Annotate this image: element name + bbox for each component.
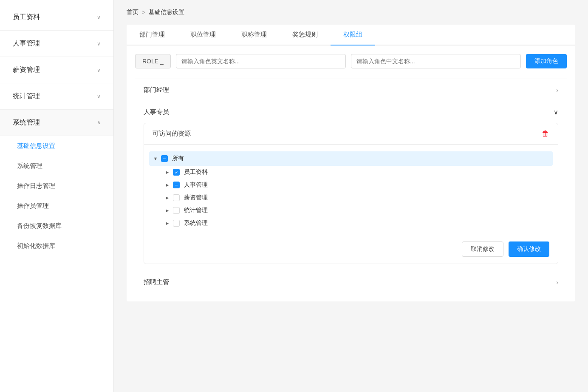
add-role-button[interactable]: 添加角色 — [526, 54, 567, 68]
breadcrumb: 首页 > 基础信息设置 — [127, 9, 575, 16]
cancel-button[interactable]: 取消修改 — [462, 241, 503, 257]
breadcrumb-current: 基础信息设置 — [149, 9, 184, 16]
sidebar-item-hr[interactable]: 人事管理 ∨ — [0, 31, 113, 57]
checkbox-system-res[interactable] — [173, 220, 180, 227]
role-prefix: ROLE _ — [135, 54, 171, 68]
breadcrumb-separator: > — [142, 9, 145, 16]
sidebar-item-label: 统计管理 — [13, 92, 40, 101]
chevron-right-icon: › — [556, 87, 558, 94]
tree-label-stats-res: 统计管理 — [184, 207, 208, 214]
checkbox-hr-res[interactable] — [173, 182, 180, 188]
chevron-down-icon: ∨ — [97, 41, 101, 47]
tree-children-all: ► 员工资料 ► 人事管理 ► 薪资管理 — [153, 166, 549, 230]
sidebar-item-system[interactable]: 系统管理 ∨ — [0, 110, 113, 136]
checkbox-salary-res[interactable] — [173, 194, 180, 201]
actions-row: 取消修改 确认修改 — [144, 236, 558, 264]
tree-toggle-all[interactable]: ▼ — [153, 156, 158, 162]
sidebar-subitem-operator-mgmt[interactable]: 操作员管理 — [0, 196, 113, 216]
sidebar-item-salary[interactable]: 薪资管理 ∨ — [0, 57, 113, 83]
delete-icon[interactable]: 🗑 — [542, 129, 549, 138]
tree-label-system-res: 系统管理 — [184, 219, 208, 227]
tab-dept[interactable]: 部门管理 — [127, 25, 178, 45]
role-label: 人事专员 — [144, 108, 169, 116]
tree-node-stats-res: ► 统计管理 — [164, 204, 549, 217]
tree-node-hr-res: ► 人事管理 — [164, 179, 549, 191]
role-en-input[interactable] — [176, 54, 346, 68]
tree-toggle-stats-res[interactable]: ► — [164, 207, 170, 213]
role-row-recruit-manager[interactable]: 招聘主管 › — [135, 271, 567, 293]
sidebar-item-stats[interactable]: 统计管理 ∨ — [0, 83, 113, 110]
role-cn-input[interactable] — [351, 54, 521, 68]
checkbox-stats-res[interactable] — [173, 207, 180, 214]
tree-node-salary-res: ► 薪资管理 — [164, 191, 549, 204]
sidebar-item-label: 员工资料 — [13, 13, 40, 22]
tree-node-system-res: ► 系统管理 — [164, 217, 549, 230]
checkbox-employee[interactable] — [173, 169, 180, 176]
sidebar-item-label: 人事管理 — [13, 39, 40, 48]
tree-node-all: ▼ 所有 — [149, 151, 553, 166]
chevron-down-icon: ∨ — [97, 67, 101, 73]
tree-label-hr-res: 人事管理 — [184, 181, 208, 189]
sidebar-subitem-backup[interactable]: 备份恢复数据库 — [0, 216, 113, 236]
role-label: 部门经理 — [144, 86, 169, 94]
role-label: 招聘主管 — [144, 278, 169, 286]
resources-header: 可访问的资源 🗑 — [144, 123, 558, 145]
sidebar-item-label: 系统管理 — [13, 118, 40, 127]
tabs-bar: 部门管理 职位管理 职称管理 奖惩规则 权限组 — [127, 25, 575, 45]
tab-title[interactable]: 职称管理 — [229, 25, 280, 45]
sidebar: 员工资料 ∨ 人事管理 ∨ 薪资管理 ∨ 统计管理 ∨ 系统管理 ∨ 基础信息设… — [0, 0, 114, 392]
sidebar-subitem-basic-info[interactable]: 基础信息设置 — [0, 136, 113, 156]
sidebar-subitem-init-db[interactable]: 初始化数据库 — [0, 236, 113, 256]
tab-position[interactable]: 职位管理 — [178, 25, 229, 45]
role-row-dept-manager[interactable]: 部门经理 › — [135, 79, 567, 101]
sidebar-subitem-audit-log[interactable]: 操作日志管理 — [0, 176, 113, 196]
chevron-right-icon: › — [556, 279, 558, 286]
sidebar-item-label: 薪资管理 — [13, 65, 40, 74]
tree-toggle-employee[interactable]: ► — [164, 169, 170, 175]
resources-panel: 可访问的资源 🗑 ▼ 所有 ► 员工资料 — [144, 123, 558, 264]
main-content: 首页 > 基础信息设置 部门管理 职位管理 职称管理 奖惩规则 权限组 ROLE… — [114, 0, 588, 392]
chevron-up-icon: ∨ — [97, 120, 101, 126]
confirm-button[interactable]: 确认修改 — [509, 241, 549, 257]
resources-title: 可访问的资源 — [153, 130, 191, 138]
breadcrumb-home[interactable]: 首页 — [127, 9, 139, 16]
sidebar-item-employee[interactable]: 员工资料 ∨ — [0, 4, 113, 31]
tab-permission[interactable]: 权限组 — [331, 25, 375, 45]
chevron-down-icon: ∨ — [97, 94, 101, 99]
tree-toggle-salary-res[interactable]: ► — [164, 195, 170, 201]
sidebar-subitem-system-mgmt[interactable]: 系统管理 — [0, 156, 113, 176]
tree-container: ▼ 所有 ► 员工资料 ► 人事管理 — [144, 145, 558, 236]
tab-reward[interactable]: 奖惩规则 — [280, 25, 331, 45]
role-form-row: ROLE _ 添加角色 — [135, 54, 567, 68]
chevron-down-icon: ∨ — [97, 14, 101, 20]
tree-toggle-system-res[interactable]: ► — [164, 220, 170, 226]
tree-label-employee: 员工资料 — [184, 168, 208, 176]
tree-label-all: 所有 — [172, 155, 184, 162]
role-row-hr-specialist[interactable]: 人事专员 ∨ — [135, 101, 567, 123]
content-panel: ROLE _ 添加角色 部门经理 › 人事专员 ∨ 可访问的资源 🗑 ▼ — [127, 45, 575, 301]
tree-label-salary-res: 薪资管理 — [184, 194, 208, 202]
checkbox-all[interactable] — [161, 155, 168, 162]
tree-toggle-hr-res[interactable]: ► — [164, 182, 170, 188]
tree-node-employee: ► 员工资料 — [164, 166, 549, 179]
chevron-down-icon: ∨ — [554, 108, 558, 116]
